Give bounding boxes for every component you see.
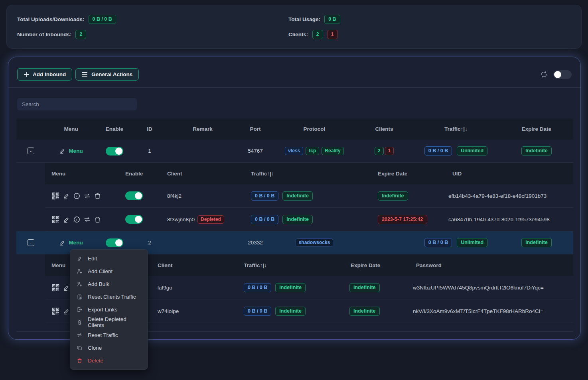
add-client-icon — [77, 268, 83, 274]
general-actions-button[interactable]: General Actions — [75, 68, 139, 81]
traffic-badge: 0 B / 0 B — [424, 146, 452, 156]
menu-item-delete-depleted-clients[interactable]: Delete Depleted Clients — [70, 316, 148, 329]
reset-traffic-icon[interactable] — [83, 216, 91, 223]
reset-traffic-icon — [77, 332, 83, 338]
header-expire-date: Expire Date — [500, 126, 573, 132]
header-client: Client — [161, 171, 245, 177]
client-expire-badge: Indefinite — [349, 307, 380, 316]
header-traffic[interactable]: Traffic↑|↓ — [245, 171, 371, 177]
client-traffic-badge: 0 B / 0 B — [251, 191, 278, 201]
client-password: w3NfbzUPf5WWd745Q8pvsmQrdrttT2lO6knuI7Di… — [413, 285, 544, 291]
stats-card: Total Uploads/Downloads: 0 B / 0 B Total… — [6, 5, 582, 49]
stat-uploads: Total Uploads/Downloads: 0 B / 0 B — [17, 15, 288, 24]
row-menu-button[interactable]: Menu — [59, 239, 83, 246]
inbound-context-menu: Edit Add Client Add Bulk Reset Clients T… — [70, 249, 148, 370]
client-uid: ca68470b-1940-437d-802b-1f9573e94598 — [448, 217, 550, 222]
client-expire-badge: Indefinite — [349, 283, 380, 292]
client-traffic-badge: 0 B / 0 B — [244, 307, 271, 316]
edit-client-icon[interactable] — [63, 307, 70, 315]
client-row: 8t3wjnn8p0 Depleted 0 B / 0 B Indefinite… — [45, 208, 573, 231]
inbounds-table-header: Menu Enable ID Remark Port Protocol Clie… — [16, 118, 573, 140]
client-traffic-badge: 0 B / 0 B — [251, 215, 278, 224]
stat-uploads-label: Total Uploads/Downloads: — [17, 16, 85, 22]
menu-item-export-links[interactable]: Export Links — [70, 303, 148, 316]
traffic-badge: 0 B / 0 B — [424, 238, 452, 247]
row-menu-label: Menu — [69, 148, 83, 154]
client-row: 8f4kj2 0 B / 0 B Indefinite Indefinite e… — [45, 184, 573, 208]
stat-usage: Total Usage: 0 B — [288, 15, 571, 24]
delete-client-icon[interactable] — [94, 192, 101, 200]
stat-usage-label: Total Usage: — [288, 16, 320, 22]
client-limit-badge: Indefinite — [275, 283, 306, 292]
delete-depleted-clients-icon — [77, 319, 83, 325]
header-uid: UID — [446, 171, 573, 177]
depleted-badge: Depleted — [197, 215, 224, 224]
qr-code-icon[interactable] — [51, 284, 60, 292]
menu-item-reset-traffic[interactable]: Reset Traffic — [70, 329, 148, 341]
menu-item-add-bulk[interactable]: Add Bulk — [70, 278, 148, 290]
header-protocol: Protocol — [272, 126, 356, 132]
inbound-protocol-tags: vless tcp Reality — [272, 147, 356, 155]
collapse-row-button[interactable]: - — [28, 239, 34, 246]
stat-clients-label: Clients: — [288, 32, 308, 37]
header-enable: Enable — [119, 171, 161, 177]
collapse-row-button[interactable]: - — [28, 148, 34, 154]
header-id: ID — [132, 126, 167, 132]
client-traffic-badge: 0 B / 0 B — [244, 283, 271, 292]
enable-toggle[interactable] — [106, 238, 123, 247]
row-menu-button[interactable]: Menu — [59, 148, 83, 154]
edit-client-icon[interactable] — [63, 284, 70, 291]
dark-mode-toggle[interactable] — [553, 70, 572, 79]
inbound-clients-counts: 2 1 — [356, 147, 412, 155]
stat-usage-value: 0 B — [324, 15, 340, 24]
client-limit-badge: Indefinite — [275, 307, 306, 316]
header-menu: Menu — [45, 171, 119, 177]
client-enable-toggle[interactable] — [125, 191, 143, 200]
reset-traffic-icon[interactable] — [83, 192, 91, 200]
client-password: nkV/I/3XoAm9v6xMT/T5IcrF4TpeTKF98rHARbRo… — [413, 308, 543, 314]
edit-client-icon[interactable] — [63, 216, 70, 223]
menu-item-clone[interactable]: Clone — [70, 341, 148, 354]
enable-toggle[interactable] — [106, 147, 123, 156]
add-inbound-button[interactable]: Add Inbound — [17, 68, 72, 81]
inbound-id: 2 — [132, 240, 167, 246]
header-menu: Menu — [45, 126, 97, 132]
refresh-icon[interactable] — [540, 71, 548, 78]
edit-client-icon[interactable] — [63, 192, 70, 200]
stat-inbounds: Number of Inbounds: 2 — [17, 30, 288, 39]
inbound-port: 54767 — [238, 148, 272, 154]
menu-item-add-client[interactable]: Add Client — [70, 265, 148, 278]
protocol-tag: shadowsocks — [296, 238, 333, 247]
client-expire-badge: 2023-5-7 17:25:42 — [378, 215, 427, 224]
export-links-icon — [77, 307, 83, 313]
client-limit-badge: Indefinite — [282, 191, 313, 201]
client-limit-badge: Indefinite — [282, 215, 313, 224]
client-uid: efb14b43-4a79-4e83-ef18-e48cf1901b73 — [448, 193, 547, 199]
menu-item-edit[interactable]: Edit — [70, 252, 148, 265]
general-actions-label: General Actions — [91, 71, 132, 77]
client-expire-badge: Indefinite — [378, 191, 408, 201]
protocol-tag: tcp — [306, 147, 319, 155]
hamburger-icon — [82, 72, 88, 77]
header-port: Port — [238, 126, 272, 132]
client-enable-toggle[interactable] — [125, 215, 143, 224]
stat-clients: Clients: 2 1 — [288, 30, 571, 39]
header-traffic[interactable]: Traffic↑|↓ — [412, 126, 500, 132]
search-input[interactable] — [17, 98, 137, 110]
menu-item-reset-clients-traffic[interactable]: Reset Clients Traffic — [70, 290, 148, 303]
toolbar: Add Inbound General Actions — [17, 68, 572, 81]
info-icon[interactable] — [73, 192, 81, 200]
add-inbound-label: Add Inbound — [33, 71, 66, 77]
client-name: w74ioipe — [151, 308, 237, 314]
info-icon[interactable] — [73, 216, 81, 223]
delete-client-icon[interactable] — [94, 216, 101, 223]
header-enable: Enable — [97, 126, 132, 132]
qr-code-icon[interactable] — [51, 215, 60, 224]
edit-pencil-icon — [59, 148, 66, 154]
header-traffic[interactable]: Traffic↑|↓ — [237, 262, 344, 268]
header-expire-date: Expire Date — [344, 262, 410, 268]
qr-code-icon[interactable] — [51, 307, 60, 315]
qr-code-icon[interactable] — [51, 192, 60, 200]
menu-item-delete[interactable]: Delete — [70, 354, 148, 367]
reset-clients-traffic-icon — [77, 294, 83, 300]
